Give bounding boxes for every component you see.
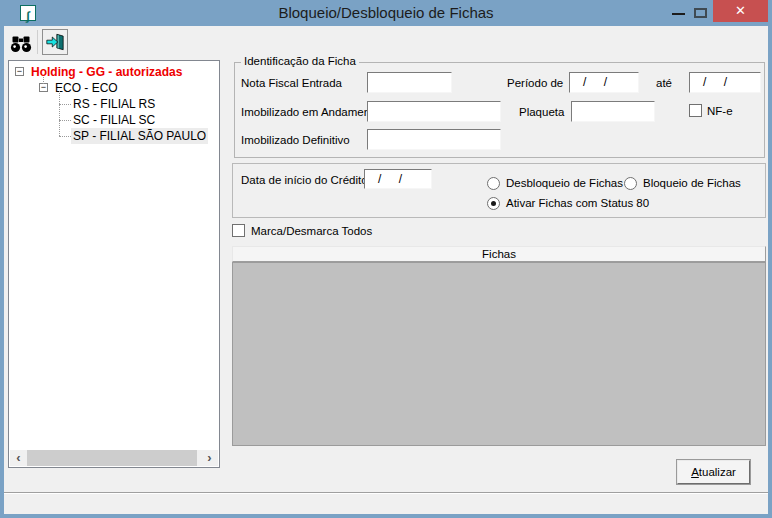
radio-desbloqueio[interactable]: Desbloqueio de Fichas [487, 176, 623, 190]
ate-label: até [656, 77, 672, 89]
toolbar [4, 26, 768, 58]
maximize-icon [694, 8, 707, 18]
tree-item-label[interactable]: RS - FILIAL RS [71, 96, 157, 112]
binoculars-icon [10, 35, 32, 53]
maximize-button[interactable] [691, 0, 711, 24]
plaqueta-input[interactable] [571, 101, 655, 122]
radio-circle-icon [487, 197, 500, 210]
scroll-right-icon[interactable]: › [201, 450, 218, 466]
imobilizado-definitivo-input[interactable] [367, 129, 501, 150]
statusbar [4, 494, 768, 514]
atualizar-button[interactable]: Atualizar [677, 460, 750, 484]
data-inicio-credito-input[interactable]: / / [364, 169, 432, 189]
marca-desmarca-checkbox[interactable] [232, 224, 245, 237]
data-inicio-credito-label: Data de início do Crédito [241, 174, 368, 186]
scroll-left-icon[interactable]: ‹ [10, 450, 27, 466]
tree-connector [59, 120, 71, 121]
app-window: ∫ Bloqueio/Desbloqueio de Fichas ✕ [0, 0, 772, 518]
nota-fiscal-input[interactable] [367, 72, 452, 93]
exit-button[interactable] [42, 29, 68, 55]
periodo-de-input[interactable]: / / [569, 72, 639, 93]
tree-connector [43, 77, 44, 84]
minimize-icon [672, 13, 685, 15]
periodo-de-label: Período de [507, 77, 563, 89]
tree-item-label[interactable]: Holding - GG - autorizadas [29, 64, 184, 80]
tree-connector [59, 91, 60, 136]
radio-label: Desbloqueio de Fichas [506, 177, 623, 189]
exit-door-icon [45, 32, 65, 52]
radio-ativar-status-80[interactable]: Ativar Fichas com Status 80 [487, 196, 649, 210]
tree-item-sc[interactable]: SC - FILIAL SC [9, 112, 219, 128]
tree-connector [59, 104, 71, 105]
tree-item-label[interactable]: SP - FILIAL SÃO PAULO [71, 128, 208, 144]
fichas-list-area[interactable] [232, 262, 766, 446]
atualizar-rest: tualizar [699, 466, 736, 478]
marca-desmarca-label: Marca/Desmarca Todos [251, 225, 372, 237]
toolbar-separator [37, 30, 38, 54]
imobilizado-andamento-input[interactable] [367, 101, 501, 122]
collapse-icon[interactable]: − [15, 67, 24, 76]
tree-item-eco[interactable]: − ECO - ECO [9, 80, 219, 96]
radio-label: Bloqueio de Fichas [643, 177, 741, 189]
imobilizado-definitivo-label: Imobilizado Definitivo [241, 134, 350, 146]
ate-input[interactable]: / / [689, 72, 761, 93]
plaqueta-label: Plaqueta [519, 106, 564, 118]
window-title: Bloqueio/Desbloqueio de Fichas [0, 4, 772, 21]
nota-fiscal-label: Nota Fiscal Entrada [241, 77, 342, 89]
imobilizado-andamento-label: Imobilizado em Andamento [241, 106, 380, 118]
close-button[interactable]: ✕ [713, 0, 768, 22]
minimize-button[interactable] [668, 0, 690, 24]
titlebar: ∫ Bloqueio/Desbloqueio de Fichas ✕ [0, 0, 772, 26]
radio-circle-icon [624, 177, 637, 190]
find-button[interactable] [8, 32, 34, 56]
groupbox-legend: Identificação da Ficha [241, 55, 359, 67]
statusbar-separator [4, 492, 768, 493]
radio-bloqueio[interactable]: Bloqueio de Fichas [624, 176, 741, 190]
fichas-column-header: Fichas [232, 246, 766, 262]
tree-item-holding[interactable]: − Holding - GG - autorizadas [9, 64, 219, 80]
radio-label: Ativar Fichas com Status 80 [506, 197, 649, 209]
tree-item-label[interactable]: ECO - ECO [53, 80, 120, 96]
radio-circle-icon [487, 177, 500, 190]
nfe-checkbox[interactable] [689, 104, 702, 117]
tree-connector [59, 136, 71, 137]
atualizar-accel: A [691, 466, 699, 478]
scrollbar-thumb[interactable] [27, 450, 197, 466]
collapse-icon[interactable]: − [39, 83, 48, 92]
tree-item-rs[interactable]: RS - FILIAL RS [9, 96, 219, 112]
tree-horizontal-scrollbar[interactable]: ‹ › [10, 450, 218, 466]
tree-item-sp[interactable]: SP - FILIAL SÃO PAULO [9, 128, 219, 144]
company-tree: − Holding - GG - autorizadas − ECO - ECO… [8, 60, 220, 468]
tree-item-label[interactable]: SC - FILIAL SC [71, 112, 157, 128]
nfe-label: NF-e [707, 105, 733, 117]
